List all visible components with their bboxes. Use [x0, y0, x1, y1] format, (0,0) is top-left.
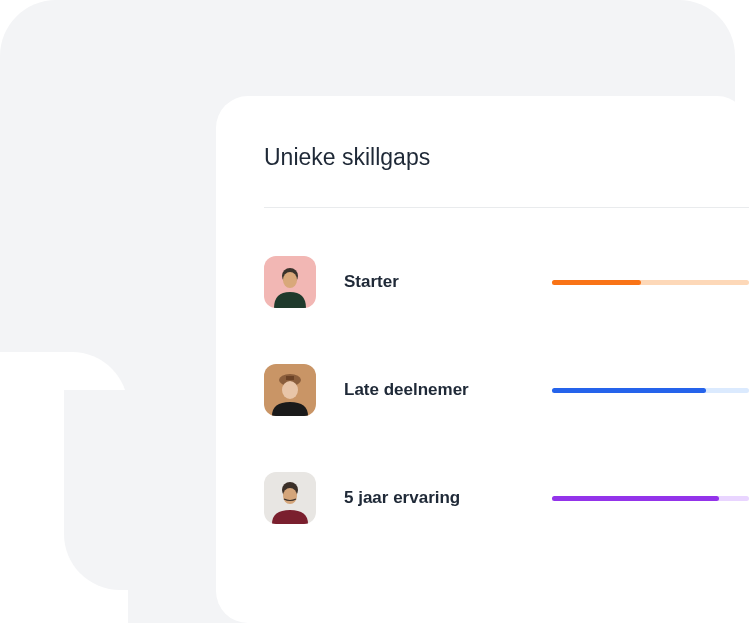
person-icon [264, 256, 316, 308]
svg-point-2 [283, 272, 297, 288]
person-icon [264, 472, 316, 524]
svg-point-9 [283, 488, 297, 504]
row-label: 5 jaar ervaring [344, 488, 524, 508]
progress-fill [552, 388, 706, 393]
list-item: 5 jaar ervaring [264, 472, 749, 524]
avatar [264, 472, 316, 524]
progress-bar [552, 388, 749, 393]
skillgaps-card: Unieke skillgaps Starter [216, 96, 749, 623]
avatar [264, 364, 316, 416]
person-icon [264, 364, 316, 416]
card-title: Unieke skillgaps [264, 144, 749, 171]
list-item: Late deelnemer [264, 364, 749, 416]
backdrop-fill [64, 390, 224, 590]
progress-bar [552, 280, 749, 285]
progress-fill [552, 496, 719, 501]
progress-fill [552, 280, 641, 285]
svg-point-6 [282, 381, 298, 399]
skillgap-list: Starter Late deelnemer [264, 256, 749, 524]
row-label: Late deelnemer [344, 380, 524, 400]
avatar [264, 256, 316, 308]
progress-bar [552, 496, 749, 501]
list-item: Starter [264, 256, 749, 308]
svg-rect-5 [286, 376, 294, 380]
row-label: Starter [344, 272, 524, 292]
divider [264, 207, 749, 208]
